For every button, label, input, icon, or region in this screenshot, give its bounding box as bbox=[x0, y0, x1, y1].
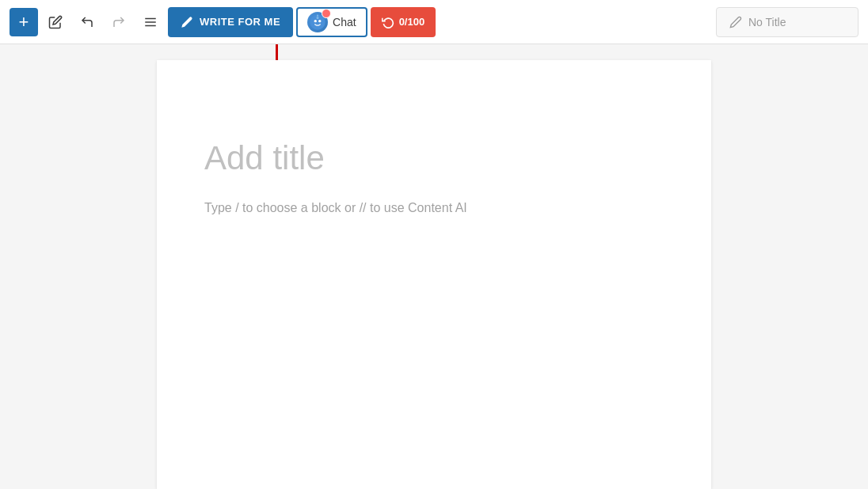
pencil-icon bbox=[48, 15, 63, 29]
svg-rect-6 bbox=[317, 17, 319, 19]
svg-point-8 bbox=[317, 14, 318, 16]
add-title-placeholder: Add title bbox=[204, 139, 664, 177]
toolbar-right: No Title bbox=[700, 7, 858, 37]
edit-mode-button[interactable] bbox=[41, 8, 70, 36]
editor-hint: Type / to choose a block or // to use Co… bbox=[204, 201, 664, 215]
toolbar: + bbox=[0, 0, 868, 44]
no-title-pen-icon bbox=[729, 16, 742, 28]
svg-point-4 bbox=[314, 19, 317, 21]
undo-icon bbox=[80, 15, 94, 29]
chat-button[interactable]: Chat bbox=[296, 7, 367, 37]
redo-button[interactable] bbox=[105, 8, 133, 36]
no-title-area[interactable]: No Title bbox=[716, 7, 858, 37]
svg-point-5 bbox=[318, 19, 321, 21]
undo-button[interactable] bbox=[73, 8, 101, 36]
write-for-me-button[interactable]: WRITE FOR ME bbox=[168, 7, 293, 37]
editor-area[interactable]: Add title Type / to choose a block or //… bbox=[157, 60, 711, 489]
toolbar-left: + bbox=[10, 7, 697, 37]
counter-icon bbox=[382, 16, 394, 28]
main-content: Add title Type / to choose a block or //… bbox=[0, 44, 868, 489]
write-for-me-label: WRITE FOR ME bbox=[200, 16, 280, 28]
counter-label: 0/100 bbox=[399, 16, 425, 28]
no-title-text: No Title bbox=[748, 16, 786, 28]
counter-button[interactable]: 0/100 bbox=[371, 7, 436, 37]
add-icon: + bbox=[19, 13, 29, 31]
add-block-button[interactable]: + bbox=[10, 8, 38, 36]
chat-label: Chat bbox=[333, 16, 356, 28]
chat-avatar bbox=[307, 12, 328, 32]
redo-icon bbox=[112, 15, 126, 29]
menu-button[interactable] bbox=[136, 8, 165, 36]
chat-notification-badge bbox=[322, 9, 331, 18]
menu-icon bbox=[143, 15, 158, 29]
write-icon bbox=[181, 16, 193, 28]
